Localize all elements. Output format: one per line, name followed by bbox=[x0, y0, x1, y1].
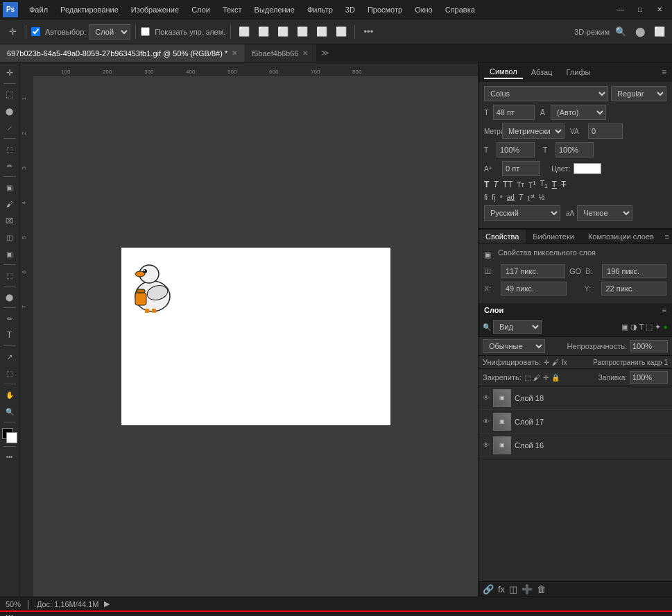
tool-crop[interactable]: ⬚ bbox=[2, 142, 17, 157]
underline-ad-icon[interactable]: аd bbox=[507, 194, 515, 201]
lock-pixel-icon[interactable]: ⬚ bbox=[524, 374, 531, 382]
tab-glyphs[interactable]: Глифы bbox=[561, 66, 596, 78]
layers-filter-dropdown[interactable]: Вид bbox=[493, 320, 542, 334]
layers-mask-button[interactable]: ◫ bbox=[509, 584, 517, 594]
tool-shape[interactable]: ⬚ bbox=[2, 366, 17, 381]
layers-fx-button[interactable]: fx bbox=[498, 584, 505, 594]
tool-gradient[interactable]: ⬚ bbox=[2, 268, 17, 283]
tool-stamp[interactable]: ⌧ bbox=[2, 213, 17, 228]
strikethrough-icon[interactable]: T bbox=[561, 180, 566, 189]
share-icon[interactable]: ⬜ bbox=[651, 24, 668, 40]
layer-visibility-16[interactable]: 👁 bbox=[483, 441, 490, 449]
layers-link-icon[interactable]: 🔗 bbox=[483, 584, 494, 594]
font-size-input[interactable] bbox=[493, 105, 535, 120]
tool-brush[interactable]: 🖌 bbox=[2, 196, 17, 212]
tool-hand[interactable]: ✋ bbox=[2, 387, 17, 402]
tool-path-select[interactable]: ↗ bbox=[2, 349, 17, 364]
tool-history[interactable]: ◫ bbox=[2, 230, 17, 245]
background-color[interactable] bbox=[6, 432, 17, 443]
tab-properties[interactable]: Свойства bbox=[479, 230, 526, 243]
font-family-dropdown[interactable]: Colus bbox=[484, 86, 608, 101]
underline-icon[interactable]: T bbox=[552, 180, 557, 189]
ordinal-icon[interactable]: ᵃ bbox=[500, 194, 503, 201]
tool-move[interactable]: ✛ bbox=[2, 65, 17, 80]
layers-panel-menu-icon[interactable]: ≡ bbox=[662, 306, 666, 314]
tool-eraser[interactable]: ▣ bbox=[2, 246, 17, 262]
show-transform-checkbox[interactable] bbox=[141, 27, 150, 36]
frac-T-icon[interactable]: T bbox=[519, 194, 523, 201]
layer-filter-adj-icon[interactable]: ◑ bbox=[630, 323, 637, 332]
antialias-dropdown[interactable]: Четкое bbox=[577, 205, 632, 221]
allcaps-icon[interactable]: TT bbox=[503, 180, 513, 189]
super-icon[interactable]: T1 bbox=[528, 180, 536, 189]
align-vcenter-icon[interactable]: ⬜ bbox=[313, 24, 330, 40]
menu-window[interactable]: Окно bbox=[409, 3, 438, 16]
tool-eyedropper[interactable]: ✏ bbox=[2, 158, 17, 173]
arrange-icon[interactable]: ⬤ bbox=[632, 24, 648, 40]
fill-input[interactable] bbox=[630, 371, 668, 384]
layer-item-18[interactable]: 👁 ▣ Слой 18 bbox=[479, 386, 672, 410]
unify-fx-icon[interactable]: fx bbox=[562, 359, 567, 366]
menu-edit[interactable]: Редактирование bbox=[55, 3, 124, 16]
props-panel-menu-icon[interactable]: ≡ bbox=[662, 230, 672, 243]
close-button[interactable]: ✕ bbox=[650, 2, 669, 17]
smallcaps-icon[interactable]: Tт bbox=[517, 181, 524, 189]
language-dropdown[interactable]: Русский bbox=[484, 205, 560, 221]
layers-filter-active-indicator[interactable]: ● bbox=[663, 323, 668, 332]
maximize-button[interactable]: □ bbox=[630, 2, 650, 17]
status-arrow-icon[interactable]: ▶ bbox=[104, 599, 110, 608]
layer-dropdown[interactable]: Слой bbox=[89, 24, 130, 40]
liga-icon2[interactable]: fi̦ bbox=[492, 194, 496, 201]
menu-filter[interactable]: Фильтр bbox=[302, 3, 338, 16]
menu-3d[interactable]: 3D bbox=[340, 3, 361, 16]
menu-file[interactable]: Файл bbox=[24, 3, 53, 16]
align-bottom-icon[interactable]: ⬜ bbox=[333, 24, 350, 40]
lock-paint-icon[interactable]: 🖌 bbox=[533, 374, 540, 382]
tab-more-button[interactable]: ≫ bbox=[316, 44, 335, 62]
align-right-icon[interactable]: ⬜ bbox=[275, 24, 291, 40]
tool-dodge[interactable]: ⬤ bbox=[2, 289, 17, 305]
tab-layer-comps[interactable]: Композиции слоев bbox=[581, 230, 661, 243]
superscript-1st-icon[interactable]: 1st bbox=[527, 193, 535, 202]
opacity-input[interactable] bbox=[630, 340, 668, 352]
baseline-shift-input[interactable] bbox=[502, 161, 540, 176]
tool-pen[interactable]: ✏ bbox=[2, 311, 17, 326]
autoselect-checkbox[interactable] bbox=[31, 27, 40, 36]
x-value[interactable]: 49 пикс. bbox=[501, 282, 567, 296]
unify-pos-icon[interactable]: ✛ bbox=[544, 359, 549, 366]
unify-paint-icon[interactable]: 🖌 bbox=[552, 359, 559, 366]
leading-dropdown[interactable]: (Авто) bbox=[551, 105, 606, 120]
tool-text[interactable]: T bbox=[2, 327, 17, 343]
more-options-icon[interactable]: ••• bbox=[360, 24, 377, 40]
tracking-dropdown[interactable]: Метрически bbox=[502, 123, 565, 139]
layers-add-button[interactable]: ➕ bbox=[522, 584, 533, 594]
scale-h-input[interactable] bbox=[497, 142, 535, 157]
tool-lasso[interactable]: ⬤ bbox=[2, 103, 17, 119]
symbol-panel-menu-icon[interactable]: ≡ bbox=[662, 67, 666, 77]
tab-close-other[interactable]: ✕ bbox=[302, 49, 308, 57]
tab-other[interactable]: f5baef4b6b66 ✕ bbox=[245, 44, 316, 62]
tool-marquee[interactable]: ⬚ bbox=[2, 87, 17, 102]
menu-layers[interactable]: Слои bbox=[186, 3, 216, 16]
layer-visibility-18[interactable]: 👁 bbox=[483, 394, 490, 402]
tab-symbol[interactable]: Символ bbox=[484, 65, 523, 79]
lock-all-icon[interactable]: 🔒 bbox=[551, 374, 560, 382]
move-tool-icon[interactable]: ✛ bbox=[4, 24, 21, 40]
layer-filter-smart-icon[interactable]: ✦ bbox=[655, 323, 661, 332]
minimize-button[interactable]: — bbox=[611, 2, 630, 17]
liga-fi-icon[interactable]: fi bbox=[484, 194, 488, 201]
font-style-dropdown[interactable]: Regular bbox=[611, 86, 666, 101]
layer-item-16[interactable]: 👁 ▣ Слой 16 bbox=[479, 434, 672, 457]
height-value[interactable]: 196 пикс. bbox=[602, 264, 666, 278]
zoom-icon[interactable]: 🔍 bbox=[612, 24, 629, 40]
tool-heal[interactable]: ▣ bbox=[2, 180, 17, 195]
align-left-icon[interactable]: ⬜ bbox=[236, 24, 252, 40]
tab-libraries[interactable]: Библиотеки bbox=[526, 230, 581, 243]
layers-delete-button[interactable]: 🗑 bbox=[537, 584, 546, 594]
layer-item-17[interactable]: 👁 ▣ Слой 17 bbox=[479, 410, 672, 434]
align-top-icon[interactable]: ⬜ bbox=[294, 24, 311, 40]
layer-filter-pixel-icon[interactable]: ▣ bbox=[621, 323, 628, 332]
more-tools-icon[interactable]: ••• bbox=[2, 450, 17, 465]
menu-text[interactable]: Текст bbox=[217, 3, 248, 16]
y-value[interactable]: 22 пикс. bbox=[601, 282, 667, 296]
